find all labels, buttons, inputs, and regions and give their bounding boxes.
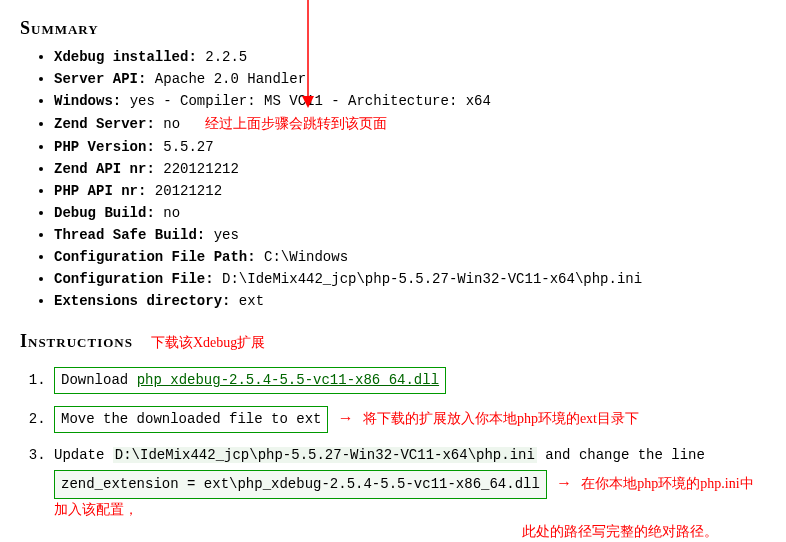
arrow-right-icon: → [555, 475, 573, 493]
list-item: Zend Server: no 经过上面步骤会跳转到该页面 [54, 115, 766, 133]
instructions-list: Download php_xdebug-2.5.4-5.5-vc11-x86_6… [20, 367, 766, 542]
annotation-top: 经过上面步骤会跳转到该页面 [205, 116, 387, 131]
step-3: Update D:\IdeMix442_jcp\php-5.5.27-Win32… [54, 445, 766, 542]
list-item: Windows: yes - Compiler: MS VC11 - Archi… [54, 93, 766, 109]
list-item: Server API: Apache 2.0 Handler [54, 71, 766, 87]
summary-list: Xdebug installed: 2.2.5 Server API: Apac… [20, 49, 766, 309]
list-item: Configuration File: D:\IdeMix442_jcp\php… [54, 271, 766, 287]
code-path: D:\IdeMix442_jcp\php-5.5.27-Win32-VC11-x… [113, 447, 537, 463]
annotation-config-b: 此处的路径写完整的绝对路径。 [522, 524, 718, 539]
step-2: Move the downloaded file to ext → 将下载的扩展… [54, 406, 766, 433]
annotation-download: 下载该Xdebug扩展 [151, 334, 265, 352]
arrow-right-icon: → [337, 410, 355, 428]
list-item: Extensions directory: ext [54, 293, 766, 309]
arrow-down-icon [298, 0, 318, 110]
step-1: Download php_xdebug-2.5.4-5.5-vc11-x86_6… [54, 367, 766, 394]
annotation-move: 将下载的扩展放入你本地php环境的ext目录下 [363, 411, 639, 426]
step3-line-box: zend_extension = ext\php_xdebug-2.5.4-5.… [54, 470, 547, 499]
instructions-heading: Instructions [20, 331, 133, 352]
list-item: PHP Version: 5.5.27 [54, 139, 766, 155]
summary-heading: Summary [20, 18, 766, 39]
download-link[interactable]: php_xdebug-2.5.4-5.5-vc11-x86_64.dll [137, 372, 439, 388]
list-item: PHP API nr: 20121212 [54, 183, 766, 199]
list-item: Configuration File Path: C:\Windows [54, 249, 766, 265]
step1-box: Download php_xdebug-2.5.4-5.5-vc11-x86_6… [54, 367, 446, 394]
svg-marker-1 [302, 96, 314, 108]
list-item: Xdebug installed: 2.2.5 [54, 49, 766, 65]
step2-box: Move the downloaded file to ext [54, 406, 328, 433]
list-item: Debug Build: no [54, 205, 766, 221]
list-item: Thread Safe Build: yes [54, 227, 766, 243]
list-item: Zend API nr: 220121212 [54, 161, 766, 177]
